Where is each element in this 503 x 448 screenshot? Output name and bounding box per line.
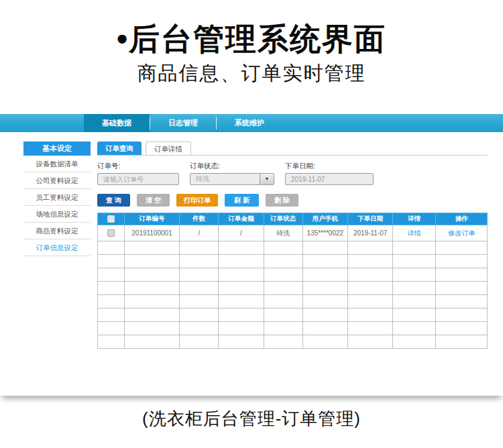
empty-cell (264, 255, 302, 268)
empty-cell (436, 309, 488, 322)
table-empty-row (98, 295, 488, 309)
empty-cell (393, 255, 436, 268)
empty-cell (180, 295, 219, 309)
empty-cell (124, 255, 180, 268)
header-checkbox-cell (98, 213, 125, 225)
empty-cell (348, 241, 393, 255)
order-status-select[interactable]: 待洗 ▼ (190, 173, 274, 185)
sidebar-item-employee-profile[interactable]: 员工资料设定 (23, 189, 91, 206)
tab-order-detail[interactable]: 订单详情 (146, 142, 191, 155)
order-status-field: 订单状态: 待洗 ▼ (190, 162, 274, 185)
empty-cell (219, 309, 264, 322)
detail-link[interactable]: 详情 (408, 229, 421, 237)
hero-section: •后台管理系统界面 商品信息、订单实时管理 (0, 0, 503, 85)
empty-cell (393, 322, 436, 335)
empty-cell (393, 282, 436, 295)
empty-cell (219, 335, 264, 349)
empty-cell (436, 282, 488, 295)
order-no-field: 订单号: (97, 162, 179, 185)
empty-cell (98, 322, 125, 335)
print-order-button[interactable]: 打印订单 (176, 194, 218, 207)
empty-cell (348, 295, 393, 309)
nav-tab-log-management[interactable]: 日志管理 (150, 114, 216, 132)
col-action: 操作 (436, 213, 488, 225)
empty-cell (348, 255, 393, 268)
order-date-input[interactable] (285, 173, 374, 185)
table-empty-row (98, 241, 488, 255)
nav-tab-basic-data[interactable]: 基础数据 (84, 114, 150, 132)
empty-cell (348, 268, 393, 282)
empty-cell (302, 255, 347, 268)
sidebar-item-product-profile[interactable]: 商品资料设定 (23, 223, 91, 239)
sidebar-item-venue-info[interactable]: 场地信息设定 (23, 206, 91, 223)
order-date-label: 下单日期: (285, 162, 374, 171)
empty-cell (219, 322, 264, 335)
select-all-checkbox[interactable] (107, 215, 115, 223)
empty-cell (219, 241, 264, 255)
col-detail: 详情 (393, 213, 436, 225)
empty-cell (180, 255, 219, 268)
cell-date: 2019-11-07 (348, 225, 393, 241)
clear-button[interactable]: 清 空 (137, 194, 170, 207)
cell-phone: 135****0022 (302, 225, 347, 241)
query-button[interactable]: 查 询 (97, 194, 130, 207)
empty-cell (98, 309, 125, 322)
empty-cell (436, 268, 488, 282)
col-status: 订单状态 (264, 213, 302, 225)
table-empty-row (98, 335, 488, 349)
empty-cell (393, 241, 436, 255)
action-buttons: 查 询 清 空 打印订单 刷 新 删 除 (97, 194, 488, 207)
tab-order-query[interactable]: 订单查询 (97, 142, 142, 155)
empty-cell (98, 295, 125, 309)
empty-cell (393, 309, 436, 322)
nav-tab-system-maintenance[interactable]: 系统维护 (217, 114, 282, 132)
empty-cell (180, 282, 219, 295)
empty-cell (98, 282, 125, 295)
col-phone: 用户手机 (302, 213, 347, 225)
empty-cell (436, 241, 488, 255)
empty-cell (302, 282, 347, 295)
refresh-button[interactable]: 刷 新 (225, 194, 259, 207)
table-row: 20191100001 / / 待洗 135****0022 2019-11-0… (98, 225, 488, 241)
empty-cell (436, 295, 488, 309)
query-form: 订单号: 订单状态: 待洗 ▼ 下单日期: (97, 162, 488, 185)
caption: (洗衣柜后台管理-订单管理) (0, 407, 503, 431)
empty-cell (98, 255, 125, 268)
delete-button[interactable]: 删 除 (266, 194, 298, 207)
order-date-field: 下单日期: (285, 162, 374, 185)
empty-cell (348, 282, 393, 295)
cell-amount: / (219, 225, 264, 241)
modify-order-link[interactable]: 修改订单 (448, 229, 475, 237)
cell-order-no: 20191100001 (124, 225, 180, 241)
empty-cell (436, 255, 488, 268)
empty-cell (124, 268, 180, 282)
order-no-label: 订单号: (97, 162, 179, 171)
empty-cell (264, 322, 302, 335)
empty-cell (302, 241, 347, 255)
sidebar: 基本设定 设备数据清单 公司资料设定 员工资料设定 场地信息设定 商品资料设定 … (23, 142, 91, 349)
empty-cell (302, 309, 347, 322)
empty-cell (180, 241, 219, 255)
empty-cell (180, 322, 219, 335)
table-empty-rows (98, 241, 488, 349)
empty-cell (98, 241, 125, 255)
empty-cell (180, 335, 219, 349)
row-checkbox[interactable] (107, 229, 115, 237)
content-area: 基本设定 设备数据清单 公司资料设定 员工资料设定 场地信息设定 商品资料设定 … (0, 132, 503, 349)
sidebar-item-order-info[interactable]: 订单信息设定 (23, 239, 91, 256)
empty-cell (219, 295, 264, 309)
poster: •后台管理系统界面 商品信息、订单实时管理 基础数据 日志管理 系统维护 基本设… (0, 0, 503, 448)
empty-cell (219, 282, 264, 295)
col-date: 下单日期 (348, 213, 393, 225)
cell-detail: 详情 (393, 225, 436, 241)
order-status-value: 待洗 (190, 174, 260, 184)
empty-cell (302, 295, 347, 309)
order-tabs: 订单查询 订单详情 (97, 142, 488, 156)
order-no-input[interactable] (97, 173, 179, 185)
orders-table: 订单编号 件数 订单金额 订单状态 用户手机 下单日期 详情 操作 (97, 213, 488, 349)
sidebar-item-company-profile[interactable]: 公司资料设定 (23, 172, 91, 189)
empty-cell (393, 335, 436, 349)
sidebar-item-device-data-list[interactable]: 设备数据清单 (23, 156, 91, 172)
empty-cell (124, 282, 180, 295)
chevron-down-icon[interactable]: ▼ (260, 174, 274, 184)
